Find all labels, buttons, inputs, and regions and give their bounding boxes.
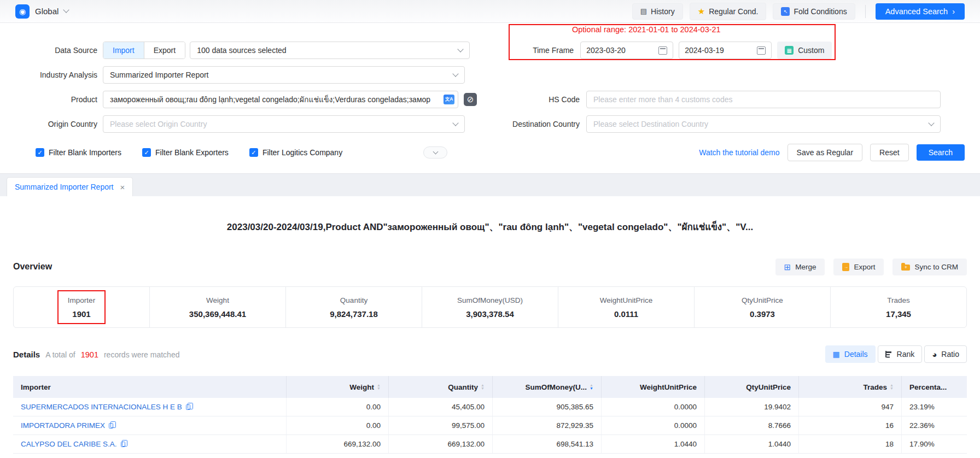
filters-row: ✓ Filter Blank Importers ✓ Filter Blank … — [15, 144, 965, 161]
search-form: Data Source Import Export 100 data sourc… — [0, 23, 980, 173]
stat-importer: Importer 1901 — [14, 287, 149, 327]
calendar-icon — [658, 46, 667, 55]
origin-country-label: Origin Country — [15, 120, 97, 128]
col-label: SumOfMoney(U... — [526, 383, 587, 391]
tab-summarized-importer-report[interactable]: Summarized Importer Report × — [7, 177, 133, 196]
stat-trades: Trades 17,345 — [830, 287, 966, 327]
col-trades[interactable]: Trades ▲▼ — [799, 376, 902, 398]
data-source-value: 100 data sources selected — [197, 46, 286, 55]
import-tab[interactable]: Import — [103, 42, 144, 58]
view-rank-button[interactable]: Rank — [878, 345, 923, 363]
filter-logistics-company-checkbox[interactable]: ✓ Filter Logitics Company — [249, 148, 342, 157]
advanced-search-button[interactable]: Advanced Search › — [876, 3, 965, 20]
chevron-down-icon — [457, 46, 463, 52]
stat-value: 350,369,448.41 — [189, 309, 246, 319]
weight-cell: 0.00 — [287, 416, 389, 434]
close-icon[interactable]: × — [120, 183, 125, 192]
sort-icons[interactable]: ▲▼ — [377, 384, 381, 390]
importer-link[interactable]: CALYPSO DEL CARIBE S.A. — [21, 440, 117, 448]
view-details-button[interactable]: ▦ Details — [825, 345, 876, 363]
regular-cond-button[interactable]: ★ Regular Cond. — [690, 3, 767, 20]
custom-range-button[interactable]: ▦ Custom — [777, 42, 832, 59]
reset-button[interactable]: Reset — [870, 144, 909, 161]
merge-button[interactable]: ⊞ Merge — [775, 259, 825, 275]
destination-placeholder: Please select Destination Country — [593, 120, 708, 128]
col-label: WeightUnitPrice — [640, 383, 697, 391]
copy-icon[interactable] — [109, 423, 113, 428]
col-label: Weight — [349, 383, 374, 391]
chevron-down-icon — [433, 149, 438, 155]
fold-conditions-button[interactable]: ↖ Fold Conditions — [773, 3, 855, 20]
importer-cell: SUPERMERCADOS INTERNACIONALES H E B — [13, 398, 287, 416]
translate-icon[interactable]: 文A — [444, 95, 454, 104]
col-label: Quantity — [448, 383, 478, 391]
sync-to-crm-button[interactable]: + Sync to CRM — [892, 259, 967, 275]
origin-country-select[interactable]: Please select Origin Country — [103, 115, 465, 133]
percentage-cell: 23.19% — [902, 398, 967, 416]
stat-value: 0.3973 — [750, 309, 775, 319]
checkbox-checked-icon: ✓ — [142, 148, 151, 157]
weightunitprice-cell: 0.0000 — [602, 398, 705, 416]
data-source-select[interactable]: 100 data sources selected — [190, 42, 470, 59]
collapse-conditions-button[interactable] — [423, 146, 447, 158]
origin-placeholder: Please select Origin Country — [110, 120, 207, 128]
stat-label: Weight — [206, 296, 229, 304]
importer-cell: CALYPSO DEL CARIBE S.A. — [13, 435, 287, 453]
filter-blank-exporters-label: Filter Blank Exporters — [155, 148, 229, 157]
table-grid-icon: ▦ — [833, 350, 840, 358]
custom-label: Custom — [798, 46, 824, 55]
col-weight[interactable]: Weight ▲▼ — [287, 376, 389, 398]
col-quantity[interactable]: Quantity ▲▼ — [389, 376, 493, 398]
checkbox-checked-icon: ✓ — [249, 148, 258, 157]
export-button[interactable]: → Export — [833, 259, 884, 275]
industry-select[interactable]: Summarized Importer Report — [103, 66, 465, 84]
report-title: 2023/03/20-2024/03/19,Product AND"заморо… — [13, 219, 967, 234]
view-ratio-button[interactable]: ◕ Ratio — [924, 345, 967, 363]
tutorial-demo-link[interactable]: Watch the tutorial demo — [699, 148, 779, 157]
sort-icons[interactable]: ▲▼ — [890, 384, 894, 390]
copy-icon[interactable] — [186, 404, 190, 410]
history-button[interactable]: ▤ History — [632, 3, 683, 20]
annotation-box-importer — [57, 290, 106, 324]
view-rank-label: Rank — [897, 350, 915, 359]
weight-cell: 669,132.00 — [287, 435, 389, 453]
sumofmoney-cell: 905,385.65 — [493, 398, 602, 416]
export-tab[interactable]: Export — [144, 42, 185, 58]
region-selector[interactable]: ◉ Global — [15, 4, 68, 19]
fold-conditions-label: Fold Conditions — [794, 7, 847, 16]
industry-label: Industry Analysis — [15, 71, 97, 79]
history-label: History — [651, 7, 675, 16]
stat-label: WeightUnitPrice — [600, 296, 653, 304]
copy-icon[interactable] — [121, 442, 125, 447]
filter-blank-exporters-checkbox[interactable]: ✓ Filter Blank Exporters — [142, 148, 229, 157]
quantity-cell: 45,405.00 — [389, 398, 493, 416]
date-from-field[interactable]: 2023-03-20 — [580, 42, 673, 59]
sort-icons-active-desc[interactable]: ▲▼ — [590, 384, 593, 390]
details-heading-group: Details A total of 1901 records were mat… — [13, 350, 179, 359]
table-row: IMPORTADORA PRIMEX 0.00 99,575.00 872,92… — [13, 416, 967, 435]
search-button[interactable]: Search — [917, 144, 965, 161]
exclude-icon[interactable]: ⊘ — [464, 93, 477, 106]
importer-link[interactable]: IMPORTADORA PRIMEX — [21, 421, 105, 430]
importer-link[interactable]: SUPERMERCADOS INTERNACIONALES H E B — [21, 403, 182, 411]
top-bar-actions: ▤ History ★ Regular Cond. ↖ Fold Conditi… — [632, 3, 965, 20]
col-qtyunitprice: QtyUnitPrice — [705, 376, 799, 398]
advanced-search-label: Advanced Search — [885, 7, 948, 16]
sort-icons[interactable]: ▲▼ — [481, 384, 485, 390]
stat-value: 3,903,378.54 — [466, 309, 514, 319]
export-label: Export — [854, 263, 875, 271]
arrow-right-icon: › — [952, 7, 955, 16]
filter-blank-importers-checkbox[interactable]: ✓ Filter Blank Importers — [36, 148, 121, 157]
trades-cell: 947 — [799, 398, 902, 416]
product-input[interactable] — [103, 91, 458, 108]
matched-suffix: records were matched — [104, 350, 180, 359]
save-as-regular-button[interactable]: Save as Regular — [788, 144, 863, 161]
col-label: Percenta... — [909, 383, 947, 391]
col-sumofmoney[interactable]: SumOfMoney(U... ▲▼ — [493, 376, 602, 398]
hs-code-input[interactable] — [586, 91, 941, 108]
chevron-down-icon — [452, 120, 458, 126]
date-to-field[interactable]: 2024-03-19 — [679, 42, 772, 59]
destination-country-select[interactable]: Please select Destination Country — [586, 115, 941, 133]
stat-label: SumOfMoney(USD) — [457, 296, 523, 304]
regular-cond-label: Regular Cond. — [709, 7, 758, 16]
